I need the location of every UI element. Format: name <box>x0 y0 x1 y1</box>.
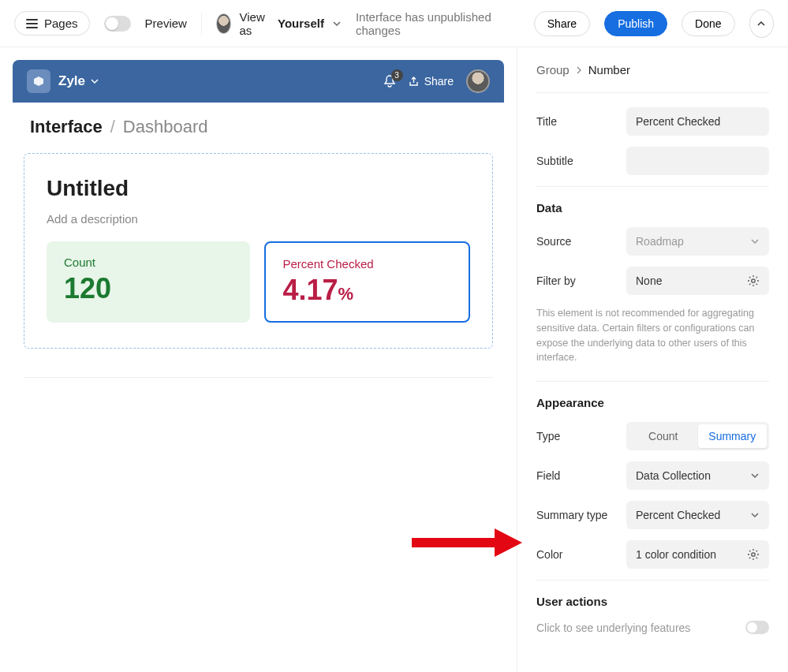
title-input[interactable]: Percent Checked <box>626 107 769 136</box>
chevron-down-icon <box>332 19 342 28</box>
dashboard-title[interactable]: Untitled <box>47 176 470 201</box>
notifications-button[interactable]: 3 <box>383 74 397 88</box>
user-action-toggle[interactable] <box>745 621 769 634</box>
panel-bc-leaf: Number <box>588 63 630 77</box>
data-warning-note: This element is not recommended for aggr… <box>536 306 769 365</box>
chevron-down-icon <box>750 471 760 480</box>
done-button[interactable]: Done <box>682 11 734 36</box>
data-section-header: Data <box>536 201 769 215</box>
count-label: Count <box>64 256 233 269</box>
source-select[interactable]: Roadmap <box>626 227 769 256</box>
pages-button[interactable]: Pages <box>14 11 90 35</box>
notif-badge: 3 <box>391 69 403 81</box>
avatar-icon <box>216 13 232 34</box>
app-share-button[interactable]: Share <box>408 75 454 88</box>
summary-type-label: Summary type <box>536 509 617 521</box>
type-option-summary[interactable]: Summary <box>698 424 767 448</box>
svg-point-1 <box>752 553 755 556</box>
percent-checked-card[interactable]: Percent Checked 4.17% <box>264 241 471 323</box>
filter-select[interactable]: None <box>626 267 769 295</box>
gear-icon <box>747 274 760 287</box>
share-button[interactable]: Share <box>534 11 590 36</box>
type-segmented-control: Count Summary <box>626 422 769 450</box>
count-card[interactable]: Count 120 <box>47 241 250 323</box>
color-condition-button[interactable]: 1 color condition <box>626 540 769 569</box>
preview-label: Preview <box>145 17 187 30</box>
chevron-down-icon[interactable] <box>90 77 99 86</box>
type-option-count[interactable]: Count <box>629 424 698 448</box>
dashboard-container[interactable]: Untitled Add a description Count 120 Per… <box>24 153 493 349</box>
chevron-down-icon <box>750 510 760 520</box>
canvas: Zyle 3 Share Interface / Dashboard Untit… <box>0 47 517 672</box>
panel-breadcrumb: Group Number <box>536 63 769 77</box>
view-as-control[interactable]: View as Yourself <box>216 10 342 37</box>
user-actions-header: User actions <box>536 595 769 608</box>
share-icon <box>408 76 420 88</box>
app-header: Zyle 3 Share <box>13 60 504 103</box>
subtitle-input[interactable] <box>626 147 769 175</box>
breadcrumb-root[interactable]: Interface <box>30 117 103 137</box>
collapse-button[interactable] <box>749 9 775 38</box>
title-field-label: Title <box>536 115 617 128</box>
user-action-label: Click to see underlying features <box>536 622 690 634</box>
summary-type-select[interactable]: Percent Checked <box>626 501 769 529</box>
filter-label: Filter by <box>536 274 617 287</box>
hamburger-icon <box>26 19 38 28</box>
viewas-prefix: View as <box>239 10 270 37</box>
chevron-up-icon <box>756 19 766 28</box>
app-share-label: Share <box>424 75 454 88</box>
chevron-down-icon <box>750 237 760 246</box>
breadcrumb: Interface / Dashboard <box>13 103 504 145</box>
subtitle-field-label: Subtitle <box>536 155 617 167</box>
topbar: Pages Preview View as Yourself Interface… <box>0 0 788 47</box>
chevron-right-icon <box>576 66 582 74</box>
status-text: Interface has unpublished changes <box>356 10 515 37</box>
breadcrumb-sep: / <box>110 117 115 137</box>
app-logo-icon <box>27 69 50 93</box>
field-select[interactable]: Data Collection <box>626 461 769 490</box>
user-avatar[interactable] <box>466 69 490 93</box>
preview-toggle[interactable] <box>104 16 131 32</box>
percent-value: 4.17% <box>283 274 452 307</box>
type-label: Type <box>536 430 617 442</box>
appearance-section-header: Appearance <box>536 396 769 409</box>
separator <box>201 13 202 35</box>
publish-button[interactable]: Publish <box>604 11 667 36</box>
breadcrumb-leaf[interactable]: Dashboard <box>123 117 208 137</box>
pages-label: Pages <box>44 17 78 30</box>
color-label: Color <box>536 548 617 561</box>
app-name: Zyle <box>58 73 85 89</box>
gear-icon <box>747 548 760 561</box>
dashboard-description[interactable]: Add a description <box>47 212 470 226</box>
source-label: Source <box>536 235 617 248</box>
divider <box>24 377 493 378</box>
viewas-name: Yourself <box>278 17 324 30</box>
properties-panel: Group Number Title Percent Checked Subti… <box>517 47 788 672</box>
panel-bc-parent[interactable]: Group <box>536 63 570 77</box>
count-value: 120 <box>64 272 233 305</box>
percent-label: Percent Checked <box>283 257 452 271</box>
field-label: Field <box>536 469 617 482</box>
svg-point-0 <box>752 279 755 282</box>
